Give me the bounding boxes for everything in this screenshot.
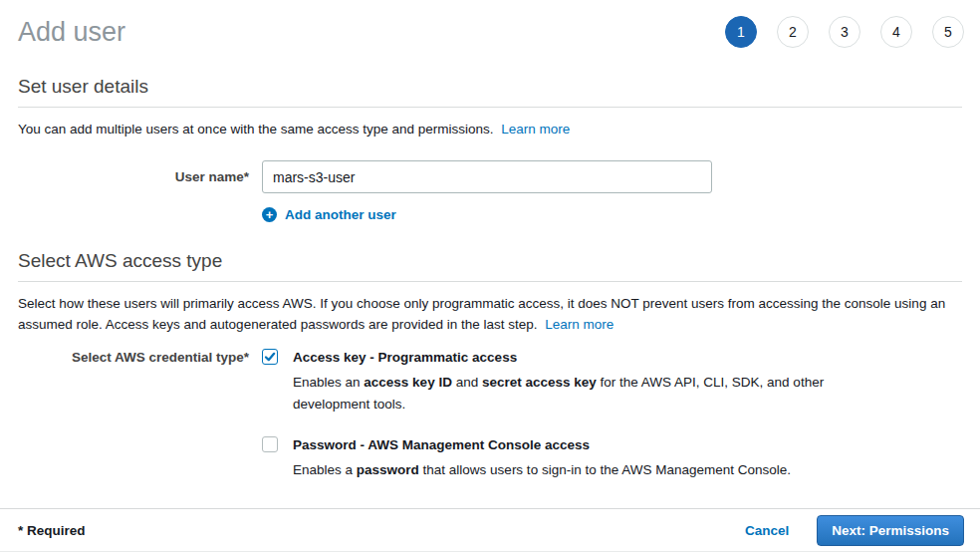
option-password: Password - AWS Management Console access… [262, 436, 836, 481]
checkmark-icon [263, 349, 277, 365]
add-another-user-button[interactable]: + Add another user [262, 207, 396, 222]
step-indicator: 1 2 3 4 5 [725, 16, 964, 48]
user-details-description: You can add multiple users at once with … [18, 119, 962, 139]
access-key-checkbox[interactable] [262, 349, 278, 365]
page-header: Add user 1 2 3 4 5 [0, 0, 980, 48]
credential-type-label: Select AWS credential type* [18, 349, 262, 481]
access-key-description: Enables an access key ID and secret acce… [293, 372, 836, 415]
option-password-head[interactable]: Password - AWS Management Console access [262, 436, 836, 452]
access-type-section: Select AWS access type Select how these … [0, 222, 980, 481]
step-4: 4 [880, 16, 912, 48]
footer-actions: Cancel Next: Permissions [745, 515, 964, 546]
step-5: 5 [932, 16, 964, 48]
step-2: 2 [777, 16, 809, 48]
add-user-wizard: Add user 1 2 3 4 5 Set user details You … [0, 0, 980, 554]
access-type-description: Select how these users will primarily ac… [18, 293, 962, 335]
password-description: Enables a password that allows users to … [293, 459, 836, 481]
wizard-footer: * Required Cancel Next: Permissions [0, 508, 980, 552]
option-access-key: Access key - Programmatic access Enables… [262, 349, 836, 415]
access-key-desc-text: and [452, 375, 482, 390]
access-type-learn-more-link[interactable]: Learn more [545, 317, 613, 332]
access-key-title: Access key - Programmatic access [293, 350, 517, 365]
add-another-user-label: Add another user [285, 207, 396, 222]
access-type-description-text: Select how these users will primarily ac… [18, 296, 945, 332]
username-input[interactable] [262, 160, 712, 193]
user-details-learn-more-link[interactable]: Learn more [501, 122, 570, 137]
user-details-description-text: You can add multiple users at once with … [18, 122, 494, 137]
user-details-heading: Set user details [18, 48, 962, 108]
step-3: 3 [829, 16, 860, 48]
step-1: 1 [725, 16, 757, 48]
next-permissions-button[interactable]: Next: Permissions [817, 515, 964, 546]
password-desc-text: Enables a [293, 462, 357, 477]
page-title: Add user [18, 16, 125, 48]
access-type-heading: Select AWS access type [18, 222, 962, 282]
credential-type-row: Select AWS credential type* Access key -… [18, 349, 962, 481]
password-desc-text: that allows users to sign-in to the AWS … [419, 462, 791, 477]
cancel-button[interactable]: Cancel [745, 523, 789, 538]
access-key-desc-bold: secret access key [482, 375, 597, 390]
password-title: Password - AWS Management Console access [293, 437, 590, 452]
plus-circle-icon: + [262, 207, 277, 222]
username-row: User name* [18, 160, 962, 193]
option-access-key-head[interactable]: Access key - Programmatic access [262, 349, 836, 365]
credential-options: Access key - Programmatic access Enables… [262, 349, 836, 481]
required-note: * Required [18, 523, 86, 538]
password-desc-bold: password [357, 462, 419, 477]
access-key-desc-text: Enables an [293, 375, 364, 390]
access-key-desc-bold: access key ID [364, 375, 452, 390]
password-checkbox[interactable] [262, 436, 278, 452]
username-label: User name* [18, 169, 262, 184]
user-details-section: Set user details You can add multiple us… [0, 48, 980, 222]
